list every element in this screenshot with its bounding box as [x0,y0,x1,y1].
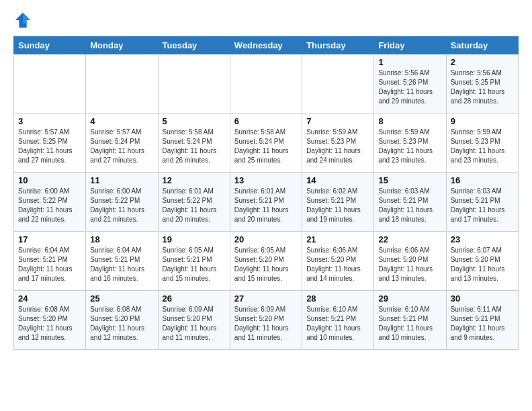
calendar-cell: 5Sunrise: 5:58 AM Sunset: 5:24 PM Daylig… [158,113,230,173]
day-number: 27 [234,293,298,304]
calendar-cell: 11Sunrise: 6:00 AM Sunset: 5:22 PM Dayli… [86,173,158,232]
week-row-2: 3Sunrise: 5:57 AM Sunset: 5:25 PM Daylig… [14,113,519,173]
calendar-cell: 13Sunrise: 6:01 AM Sunset: 5:21 PM Dayli… [230,173,302,232]
calendar-cell: 21Sunrise: 6:06 AM Sunset: 5:20 PM Dayli… [302,232,374,291]
day-info: Sunrise: 6:04 AM Sunset: 5:21 PM Dayligh… [18,246,81,283]
day-info: Sunrise: 5:58 AM Sunset: 5:24 PM Dayligh… [234,128,298,165]
calendar-cell: 9Sunrise: 5:59 AM Sunset: 5:23 PM Daylig… [446,113,518,173]
calendar-cell: 4Sunrise: 5:57 AM Sunset: 5:24 PM Daylig… [86,113,158,173]
day-info: Sunrise: 5:59 AM Sunset: 5:23 PM Dayligh… [306,128,369,165]
calendar-cell: 16Sunrise: 6:03 AM Sunset: 5:21 PM Dayli… [446,173,518,232]
day-info: Sunrise: 6:07 AM Sunset: 5:20 PM Dayligh… [451,246,514,283]
day-number: 5 [163,116,226,126]
calendar-cell: 15Sunrise: 6:03 AM Sunset: 5:21 PM Dayli… [374,173,446,232]
day-info: Sunrise: 5:59 AM Sunset: 5:23 PM Dayligh… [451,128,514,165]
day-number: 17 [18,234,81,244]
day-info: Sunrise: 6:10 AM Sunset: 5:21 PM Dayligh… [306,305,369,342]
calendar-cell: 24Sunrise: 6:08 AM Sunset: 5:20 PM Dayli… [14,291,86,350]
svg-marker-1 [23,13,30,24]
day-info: Sunrise: 6:04 AM Sunset: 5:21 PM Dayligh… [90,246,153,283]
day-number: 19 [163,234,226,244]
day-info: Sunrise: 6:01 AM Sunset: 5:22 PM Dayligh… [163,187,226,224]
week-row-1: 1Sunrise: 5:56 AM Sunset: 5:26 PM Daylig… [14,54,519,113]
day-number: 24 [18,293,81,304]
day-number: 26 [163,293,226,304]
day-info: Sunrise: 5:57 AM Sunset: 5:24 PM Dayligh… [90,128,153,165]
day-number: 30 [451,293,514,304]
calendar-cell: 8Sunrise: 5:59 AM Sunset: 5:23 PM Daylig… [374,113,446,173]
page: SundayMondayTuesdayWednesdayThursdayFrid… [0,0,532,361]
day-number: 28 [306,293,369,304]
calendar-cell [302,54,374,113]
calendar-cell: 23Sunrise: 6:07 AM Sunset: 5:20 PM Dayli… [446,232,518,291]
logo [13,11,35,30]
day-info: Sunrise: 6:00 AM Sunset: 5:22 PM Dayligh… [90,187,153,224]
calendar-cell: 27Sunrise: 6:09 AM Sunset: 5:20 PM Dayli… [230,291,302,350]
calendar-cell: 19Sunrise: 6:05 AM Sunset: 5:21 PM Dayli… [158,232,230,291]
day-info: Sunrise: 6:09 AM Sunset: 5:20 PM Dayligh… [234,305,298,342]
day-number: 3 [18,116,81,126]
week-row-4: 17Sunrise: 6:04 AM Sunset: 5:21 PM Dayli… [14,232,519,291]
day-number: 29 [378,293,441,304]
calendar-cell [230,54,302,113]
day-info: Sunrise: 6:09 AM Sunset: 5:20 PM Dayligh… [163,305,226,342]
calendar-cell: 26Sunrise: 6:09 AM Sunset: 5:20 PM Dayli… [158,291,230,350]
day-number: 25 [90,293,153,304]
day-info: Sunrise: 6:08 AM Sunset: 5:20 PM Dayligh… [90,305,153,342]
day-number: 11 [90,175,153,185]
day-number: 21 [306,234,369,244]
day-number: 8 [378,116,441,126]
day-info: Sunrise: 5:56 AM Sunset: 5:26 PM Dayligh… [378,68,441,106]
day-info: Sunrise: 6:05 AM Sunset: 5:21 PM Dayligh… [163,246,226,283]
calendar-cell: 1Sunrise: 5:56 AM Sunset: 5:26 PM Daylig… [374,54,446,113]
calendar-cell: 28Sunrise: 6:10 AM Sunset: 5:21 PM Dayli… [302,291,374,350]
day-number: 2 [451,57,514,67]
day-number: 23 [451,234,514,244]
calendar-cell [158,54,230,113]
day-number: 10 [18,175,81,185]
day-info: Sunrise: 5:59 AM Sunset: 5:23 PM Dayligh… [378,128,441,165]
weekday-sunday: Sunday [14,37,86,54]
day-number: 14 [306,175,369,185]
day-info: Sunrise: 6:06 AM Sunset: 5:20 PM Dayligh… [378,246,441,283]
weekday-wednesday: Wednesday [230,37,302,54]
header [13,11,519,30]
day-number: 20 [234,234,298,244]
day-info: Sunrise: 6:06 AM Sunset: 5:20 PM Dayligh… [306,246,369,283]
day-info: Sunrise: 6:11 AM Sunset: 5:21 PM Dayligh… [451,305,514,342]
day-number: 15 [378,175,441,185]
day-info: Sunrise: 6:03 AM Sunset: 5:21 PM Dayligh… [451,187,514,224]
calendar-cell: 2Sunrise: 5:56 AM Sunset: 5:25 PM Daylig… [446,54,518,113]
day-info: Sunrise: 6:01 AM Sunset: 5:21 PM Dayligh… [234,187,298,224]
calendar-cell: 30Sunrise: 6:11 AM Sunset: 5:21 PM Dayli… [446,291,518,350]
week-row-3: 10Sunrise: 6:00 AM Sunset: 5:22 PM Dayli… [14,173,519,232]
day-number: 22 [378,234,441,244]
day-info: Sunrise: 5:58 AM Sunset: 5:24 PM Dayligh… [163,128,226,165]
day-info: Sunrise: 6:10 AM Sunset: 5:21 PM Dayligh… [378,305,441,342]
day-info: Sunrise: 6:02 AM Sunset: 5:21 PM Dayligh… [306,187,369,224]
day-number: 18 [90,234,153,244]
day-info: Sunrise: 6:03 AM Sunset: 5:21 PM Dayligh… [378,187,441,224]
day-number: 16 [451,175,514,185]
day-info: Sunrise: 5:56 AM Sunset: 5:25 PM Dayligh… [451,68,514,106]
calendar-cell: 25Sunrise: 6:08 AM Sunset: 5:20 PM Dayli… [86,291,158,350]
calendar: SundayMondayTuesdayWednesdayThursdayFrid… [13,36,519,350]
calendar-cell: 17Sunrise: 6:04 AM Sunset: 5:21 PM Dayli… [14,232,86,291]
day-number: 13 [234,175,298,185]
calendar-cell [14,54,86,113]
day-number: 9 [451,116,514,126]
day-number: 12 [163,175,226,185]
weekday-friday: Friday [374,37,446,54]
logo-icon [13,11,32,30]
day-info: Sunrise: 6:00 AM Sunset: 5:22 PM Dayligh… [18,187,81,224]
calendar-cell: 18Sunrise: 6:04 AM Sunset: 5:21 PM Dayli… [86,232,158,291]
day-info: Sunrise: 6:05 AM Sunset: 5:20 PM Dayligh… [234,246,298,283]
weekday-saturday: Saturday [446,37,518,54]
day-info: Sunrise: 6:08 AM Sunset: 5:20 PM Dayligh… [18,305,81,342]
day-number: 1 [378,57,441,67]
day-number: 4 [90,116,153,126]
calendar-cell [86,54,158,113]
calendar-cell: 20Sunrise: 6:05 AM Sunset: 5:20 PM Dayli… [230,232,302,291]
day-info: Sunrise: 5:57 AM Sunset: 5:25 PM Dayligh… [18,128,81,165]
calendar-cell: 7Sunrise: 5:59 AM Sunset: 5:23 PM Daylig… [302,113,374,173]
